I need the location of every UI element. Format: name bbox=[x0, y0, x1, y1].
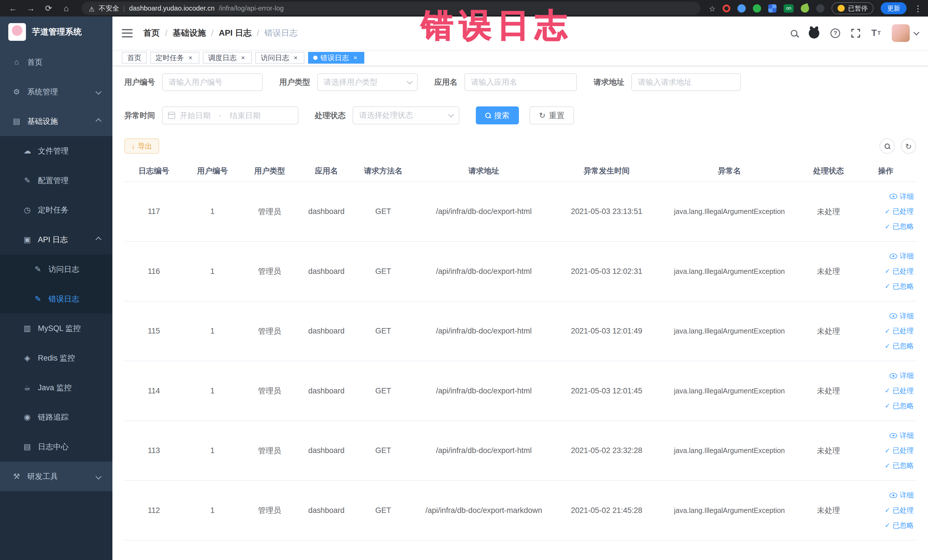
sidebar-item-api-log[interactable]: API 日志 bbox=[0, 225, 112, 255]
breadcrumb-infra[interactable]: 基础设施 bbox=[172, 27, 206, 39]
extension-leaf-icon[interactable] bbox=[800, 3, 810, 14]
extension-blue-icon[interactable] bbox=[737, 4, 746, 12]
filter-exception-time: 异常时间 开始日期 - 结束日期 bbox=[124, 107, 298, 124]
bookmark-star-icon[interactable] bbox=[709, 3, 716, 14]
user-type-select[interactable] bbox=[317, 73, 418, 91]
breadcrumb-home[interactable]: 首页 bbox=[143, 27, 160, 39]
browser-home-icon[interactable]: ⌂ bbox=[59, 2, 73, 15]
ignored-link[interactable]: 已忽略 bbox=[858, 339, 914, 354]
extension-green-icon[interactable] bbox=[753, 4, 761, 12]
api-log-icon bbox=[23, 235, 32, 244]
close-icon[interactable] bbox=[352, 54, 359, 61]
close-icon[interactable] bbox=[187, 54, 194, 61]
forward-icon[interactable]: → bbox=[24, 2, 38, 15]
extension-on-badge[interactable]: on bbox=[784, 4, 794, 12]
ignored-link[interactable]: 已忽略 bbox=[858, 398, 914, 414]
sidebar-item-access-log[interactable]: 访问日志 bbox=[0, 255, 112, 284]
processed-link[interactable]: 已处理 bbox=[858, 443, 914, 458]
help-icon[interactable] bbox=[830, 29, 840, 38]
sidebar-item-config[interactable]: 配置管理 bbox=[0, 166, 112, 195]
processed-link[interactable]: 已处理 bbox=[858, 383, 914, 398]
detail-link[interactable]: 详细 bbox=[858, 368, 914, 383]
extension-red-icon[interactable] bbox=[723, 5, 730, 12]
app-name-input[interactable] bbox=[464, 73, 577, 91]
sidebar-item-redis[interactable]: Redis 监控 bbox=[0, 343, 112, 373]
extension-paw-icon[interactable] bbox=[816, 4, 824, 12]
refresh-button[interactable] bbox=[901, 138, 916, 154]
breadcrumb-api-log[interactable]: API 日志 bbox=[219, 27, 252, 39]
back-icon[interactable]: ← bbox=[6, 2, 20, 15]
url-domain: dashboard.yudao.iocoder.cn bbox=[129, 4, 215, 12]
ignored-link[interactable]: 已忽略 bbox=[858, 219, 914, 234]
redis-icon bbox=[23, 354, 32, 363]
sidebar-item-infra[interactable]: 基础设施 bbox=[0, 107, 112, 136]
detail-link[interactable]: 详细 bbox=[858, 309, 914, 323]
sidebar-item-log-center[interactable]: 日志中心 bbox=[0, 432, 112, 462]
request-url-input[interactable] bbox=[631, 73, 741, 91]
process-status-select[interactable] bbox=[353, 107, 459, 124]
tab-job[interactable]: 定时任务 bbox=[150, 52, 199, 64]
tab-home[interactable]: 首页 bbox=[122, 52, 147, 64]
sidebar-item-trace[interactable]: 链路追踪 bbox=[0, 403, 112, 432]
sidebar-item-mysql[interactable]: MySQL 监控 bbox=[0, 314, 112, 343]
toggle-search-button[interactable] bbox=[879, 138, 895, 154]
sidebar-item-system[interactable]: 系统管理 bbox=[0, 77, 112, 107]
col-status: 处理状态 bbox=[802, 160, 855, 182]
check-icon bbox=[885, 279, 890, 294]
cell-app: dashboard bbox=[298, 421, 355, 481]
processed-link[interactable]: 已处理 bbox=[858, 323, 914, 339]
cell-user-id: 1 bbox=[183, 481, 241, 540]
reset-button[interactable]: 重置 bbox=[530, 107, 574, 124]
cell-actions: 详细 已处理 已忽略 bbox=[855, 241, 916, 301]
font-size-icon[interactable] bbox=[872, 28, 881, 38]
tab-job-log[interactable]: 调度日志 bbox=[203, 52, 252, 64]
processed-link[interactable]: 已处理 bbox=[858, 204, 914, 219]
detail-link[interactable]: 详细 bbox=[858, 189, 914, 204]
extension-grid-icon[interactable] bbox=[768, 4, 777, 12]
detail-link[interactable]: 详细 bbox=[858, 249, 914, 264]
browser-menu-icon[interactable] bbox=[914, 3, 922, 14]
github-icon[interactable] bbox=[809, 28, 819, 38]
cell-user-type: 管理员 bbox=[241, 361, 298, 421]
ignored-link[interactable]: 已忽略 bbox=[858, 458, 914, 473]
close-icon[interactable] bbox=[292, 54, 299, 61]
paused-badge[interactable]: 已暂停 bbox=[832, 2, 873, 14]
table-row: 112 1 管理员 dashboard GET /api/infra/db-do… bbox=[124, 481, 916, 540]
detail-link[interactable]: 详细 bbox=[858, 428, 914, 443]
access-log-icon bbox=[33, 265, 43, 274]
user-menu[interactable] bbox=[892, 24, 918, 42]
check-icon bbox=[885, 204, 890, 219]
cell-method: GET bbox=[355, 361, 411, 421]
processed-link[interactable]: 已处理 bbox=[858, 503, 914, 518]
export-button[interactable]: 导出 bbox=[124, 138, 159, 154]
close-icon[interactable] bbox=[240, 54, 247, 61]
tab-error-log[interactable]: 错误日志 bbox=[308, 52, 364, 64]
filter-process-status: 处理状态 bbox=[315, 107, 459, 124]
fullscreen-icon[interactable] bbox=[851, 29, 860, 38]
sidebar-item-java[interactable]: Java 监控 bbox=[0, 373, 112, 403]
detail-link[interactable]: 详细 bbox=[858, 488, 914, 503]
update-button[interactable]: 更新 bbox=[881, 2, 907, 14]
cell-status: 未处理 bbox=[802, 182, 855, 242]
sidebar-item-error-log[interactable]: 错误日志 bbox=[0, 284, 112, 314]
search-button[interactable]: 搜索 bbox=[476, 107, 519, 124]
search-icon[interactable] bbox=[791, 30, 797, 37]
sidebar-item-file[interactable]: 文件管理 bbox=[0, 136, 112, 166]
user-id-input[interactable] bbox=[162, 73, 263, 91]
ignored-link[interactable]: 已忽略 bbox=[858, 518, 914, 533]
cell-actions: 详细 已处理 已忽略 bbox=[855, 481, 916, 540]
sidebar-item-job[interactable]: 定时任务 bbox=[0, 195, 112, 225]
warning-icon[interactable] bbox=[89, 3, 95, 14]
navbar-actions bbox=[791, 24, 918, 42]
sidebar-item-devtools[interactable]: 研发工具 bbox=[0, 462, 112, 491]
address-bar[interactable]: 不安全 | dashboard.yudao.iocoder.cn/infra/l… bbox=[82, 2, 701, 15]
processed-link[interactable]: 已处理 bbox=[858, 264, 914, 279]
tab-access-log[interactable]: 访问日志 bbox=[255, 52, 304, 64]
sidebar-toggle-icon[interactable] bbox=[122, 29, 132, 37]
eye-icon bbox=[890, 253, 897, 259]
sidebar-item-home[interactable]: 首页 bbox=[0, 47, 112, 77]
col-time: 异常发生时间 bbox=[556, 160, 657, 182]
date-range-picker[interactable]: 开始日期 - 结束日期 bbox=[162, 107, 298, 124]
ignored-link[interactable]: 已忽略 bbox=[858, 279, 914, 294]
reload-icon[interactable]: ⟳ bbox=[41, 2, 56, 15]
